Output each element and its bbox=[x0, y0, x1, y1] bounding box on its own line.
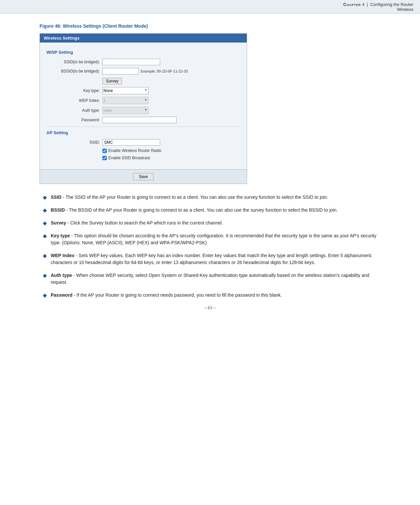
ap-ssid-label: SSID: bbox=[46, 140, 102, 145]
bssid-label: BSSID(to be bridged): bbox=[46, 69, 102, 74]
wep-index-label: WEP Index: bbox=[46, 98, 102, 103]
enable-ssid-label: Enable SSID Broadcast bbox=[108, 156, 150, 160]
bullet-text-survey: Survey - Click the Survey button to sear… bbox=[51, 220, 223, 226]
save-button[interactable]: Save bbox=[133, 173, 153, 180]
bullet-item-keytype: ◆ Key type - This option should be chose… bbox=[40, 232, 380, 246]
page-header: Chapter 4 | Configuring the Router Wirel… bbox=[0, 0, 420, 14]
bullet-diamond-password: ◆ bbox=[43, 292, 47, 298]
chapter-number: 4 bbox=[362, 2, 364, 7]
auth-type-label: Auth type: bbox=[46, 108, 102, 113]
bullet-term-ssid: SSID bbox=[51, 194, 62, 200]
bullet-diamond-keytype: ◆ bbox=[43, 233, 47, 239]
wep-index-select-wrapper: 1 2 3 4 bbox=[102, 97, 149, 104]
settings-box: Wireless Settings WISP Setting SSID(to b… bbox=[40, 33, 247, 184]
chapter-label: Chapter bbox=[343, 2, 361, 7]
bullet-diamond-bssid: ◆ bbox=[43, 207, 47, 213]
bullet-text-keytype: Key type - This option should be chosen … bbox=[51, 232, 380, 246]
bullet-list: ◆ SSID - The SSID of the AP your Router … bbox=[40, 194, 380, 299]
enable-radio-label: Enable Wireless Router Radio bbox=[108, 148, 161, 153]
ap-ssid-input[interactable] bbox=[102, 139, 160, 146]
bullet-term-authtype: Auth type bbox=[51, 273, 72, 278]
enable-ssid-checkbox[interactable] bbox=[102, 156, 107, 160]
bullet-term-bssid: BSSID bbox=[51, 207, 65, 213]
main-content: Figure 46: Wireless Settings (Client Rou… bbox=[0, 14, 420, 330]
password-input[interactable] bbox=[102, 117, 177, 123]
bullet-item-password: ◆ Password - If the AP your Router is go… bbox=[40, 292, 380, 299]
header-subtitle: Wireless bbox=[7, 7, 413, 12]
enable-radio-row: Enable Wireless Router Radio bbox=[46, 148, 240, 154]
bssid-example: Example: 00-1D-0F-11-22-33 bbox=[141, 69, 188, 73]
auth-type-row: Auth type: open shared bbox=[46, 107, 240, 114]
bullet-term-survey: Survey bbox=[51, 220, 66, 225]
bullet-item-wepindex: ◆ WEP Index - Sets WEP key values. Each … bbox=[40, 252, 380, 266]
enable-ssid-row: Enable SSID Broadcast bbox=[46, 156, 240, 162]
key-type-row: Key type: None WEP (ASCII) WEP (HEX) WPA… bbox=[46, 87, 240, 94]
bullet-diamond-wepindex: ◆ bbox=[43, 252, 47, 259]
survey-row: Survey bbox=[46, 77, 240, 84]
enable-ssid-checkbox-row: Enable SSID Broadcast bbox=[102, 156, 150, 160]
bullet-text-bssid: BSSID - The BSSID of the AP your Router … bbox=[51, 207, 338, 214]
bullet-text-password: Password - If the AP your Router is goin… bbox=[51, 292, 282, 299]
survey-button[interactable]: Survey bbox=[102, 78, 122, 84]
bssid-row: BSSID(to be bridged): Example: 00-1D-0F-… bbox=[46, 68, 240, 74]
bssid-input[interactable] bbox=[102, 68, 139, 74]
chapter-line: Chapter 4 | Configuring the Router bbox=[7, 2, 413, 7]
ssid-input[interactable] bbox=[102, 59, 160, 65]
bullet-diamond-authtype: ◆ bbox=[43, 272, 47, 279]
chapter-title: Configuring the Router bbox=[370, 2, 413, 7]
bullet-term-keytype: Key type bbox=[51, 233, 70, 238]
wisp-section-label: WISP Setting bbox=[46, 50, 240, 55]
ap-section-label: AP Setting bbox=[46, 130, 240, 135]
bullet-item-bssid: ◆ BSSID - The BSSID of the AP your Route… bbox=[40, 207, 380, 214]
ssid-label: SSID(to be bridged): bbox=[46, 60, 102, 64]
wep-index-select: 1 2 3 4 bbox=[102, 97, 149, 104]
bullet-item-survey: ◆ Survey - Click the Survey button to se… bbox=[40, 220, 380, 226]
settings-body: WISP Setting SSID(to be bridged): BSSID(… bbox=[40, 43, 247, 169]
ap-ssid-row: SSID: bbox=[46, 139, 240, 146]
key-type-select[interactable]: None WEP (ASCII) WEP (HEX) WPA-PSK/WPA2-… bbox=[102, 87, 149, 94]
save-section: Save bbox=[40, 169, 247, 184]
bullet-diamond-survey: ◆ bbox=[43, 220, 47, 226]
bullet-text-ssid: SSID - The SSID of the AP your Router is… bbox=[51, 194, 328, 201]
auth-type-select-wrapper: open shared bbox=[102, 107, 149, 114]
auth-type-select: open shared bbox=[102, 107, 149, 114]
figure-title: Figure 46: Wireless Settings (Client Rou… bbox=[40, 23, 380, 29]
key-type-select-wrapper: None WEP (ASCII) WEP (HEX) WPA-PSK/WPA2-… bbox=[102, 87, 149, 94]
page-footer: – 63 – bbox=[40, 305, 380, 317]
bullet-term-wepindex: WEP Index bbox=[51, 253, 74, 258]
bullet-text-wepindex: WEP Index - Sets WEP key values. Each WE… bbox=[51, 252, 380, 266]
wep-index-row: WEP Index: 1 2 3 4 bbox=[46, 97, 240, 104]
bullet-item-authtype: ◆ Auth type - When choose WEP security, … bbox=[40, 272, 380, 286]
bullet-item-ssid: ◆ SSID - The SSID of the AP your Router … bbox=[40, 194, 380, 201]
ssid-row: SSID(to be bridged): bbox=[46, 59, 240, 65]
password-row: Password: bbox=[46, 117, 240, 123]
divider bbox=[46, 127, 240, 127]
bullet-diamond-ssid: ◆ bbox=[43, 194, 47, 200]
key-type-label: Key type: bbox=[46, 88, 102, 93]
settings-box-header: Wireless Settings bbox=[40, 34, 247, 43]
enable-radio-checkbox-row: Enable Wireless Router Radio bbox=[102, 148, 161, 153]
password-label: Password: bbox=[46, 118, 102, 122]
enable-radio-checkbox[interactable] bbox=[102, 149, 107, 153]
bullet-term-password: Password bbox=[51, 292, 72, 298]
bullet-text-authtype: Auth type - When choose WEP security, se… bbox=[51, 272, 380, 286]
header-separator: | bbox=[367, 2, 368, 7]
